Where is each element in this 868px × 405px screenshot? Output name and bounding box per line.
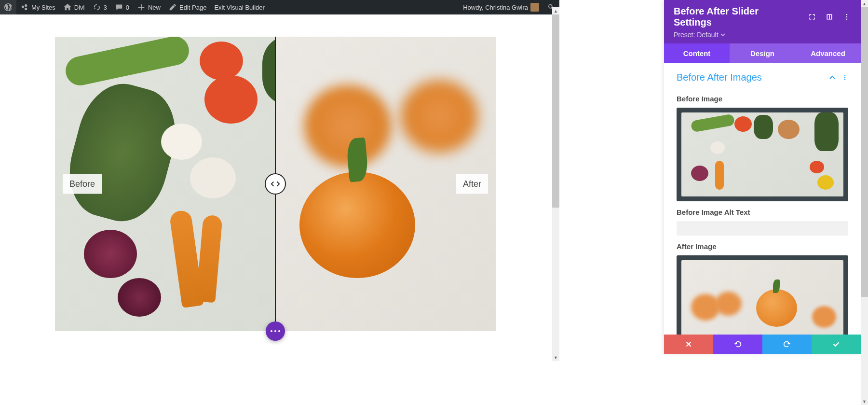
wp-logo-menu[interactable] [0,0,16,14]
section-before-after-images[interactable]: Before After Images [677,70,848,88]
cancel-button[interactable] [664,335,713,354]
edit-page-menu[interactable]: Edit Page [164,0,210,14]
slider-handle[interactable] [265,173,286,195]
scroll-up-icon[interactable]: ▲ [861,0,868,7]
new-label: New [148,4,161,11]
wordpress-icon [4,3,13,12]
before-after-slider-module[interactable]: Before After [55,37,496,331]
panel-tabs: Content Design Advanced [664,43,861,63]
exit-vb-label: Exit Visual Builder [214,4,265,11]
undo-button[interactable] [713,335,762,354]
home-icon [63,3,72,12]
panel-body[interactable]: Before After Images Before Image [664,63,861,354]
panel-more-button[interactable] [842,13,851,21]
before-alt-input[interactable] [677,221,848,236]
howdy-text: Howdy, Christina Gwira [463,4,528,11]
preset-dropdown[interactable]: Preset: Default [674,31,851,39]
preset-label: Preset: Default [674,31,719,39]
after-label: After [456,174,488,194]
plus-icon [137,3,146,12]
svg-point-1 [846,16,847,17]
svg-point-0 [846,14,847,15]
chevron-left-icon [271,181,275,187]
section-options-icon[interactable] [841,74,848,81]
chevron-down-icon [720,33,725,36]
scroll-down-icon[interactable]: ▼ [861,398,868,405]
chevron-up-icon [829,74,836,81]
svg-point-5 [844,79,846,80]
canvas-scrollbar[interactable]: ▲ ▼ [552,14,559,354]
comment-icon [115,3,123,12]
panel-header: Before After Slider Settings Preset: Def… [664,0,861,43]
tab-design[interactable]: Design [730,43,795,63]
avatar [530,3,539,12]
pencil-icon [168,3,177,12]
scrollbar-thumb[interactable] [861,7,868,297]
panel-footer [664,335,861,354]
before-image-picker[interactable] [677,108,848,201]
expand-panel-button[interactable] [808,13,816,21]
comments-menu[interactable]: 0 [111,0,133,14]
svg-point-4 [844,77,846,78]
new-content-menu[interactable]: New [133,0,164,14]
site-name-menu[interactable]: Divi [59,0,89,14]
updates-count: 3 [104,4,107,11]
before-image-field-label: Before Image [677,95,848,103]
update-icon [93,3,101,12]
after-image-field-label: After Image [677,242,848,251]
updates-menu[interactable]: 3 [89,0,111,14]
tab-advanced[interactable]: Advanced [795,43,861,63]
save-button[interactable] [812,335,861,354]
module-settings-panel: Before After Slider Settings Preset: Def… [664,0,861,354]
site-name-label: Divi [74,4,85,11]
scroll-down-icon[interactable]: ▼ [552,354,559,361]
account-menu[interactable]: Howdy, Christina Gwira [459,0,543,14]
before-label: Before [63,174,102,194]
my-sites-menu[interactable]: My Sites [16,0,59,14]
chevron-right-icon [276,181,280,187]
wp-admin-bar: My Sites Divi 3 0 New Edit Page [0,0,559,14]
panel-scrollbar[interactable]: ▲ ▼ [861,0,868,405]
edit-page-label: Edit Page [179,4,206,11]
multisite-icon [20,3,29,12]
section-title: Before After Images [677,72,762,83]
exit-visual-builder[interactable]: Exit Visual Builder [210,0,269,14]
scroll-up-icon[interactable]: ▲ [552,7,559,14]
svg-point-2 [846,19,847,20]
page-canvas[interactable]: Before After [0,14,552,405]
module-actions-fab[interactable] [266,321,285,341]
redo-button[interactable] [762,335,812,354]
my-sites-label: My Sites [31,4,55,11]
scrollbar-thumb[interactable] [552,14,559,208]
panel-title: Before After Slider Settings [674,6,799,28]
before-alt-field-label: Before Image Alt Text [677,208,848,216]
tab-content[interactable]: Content [664,43,730,63]
comments-count: 0 [126,4,129,11]
svg-point-3 [844,75,846,76]
snap-panel-button[interactable] [825,13,834,21]
